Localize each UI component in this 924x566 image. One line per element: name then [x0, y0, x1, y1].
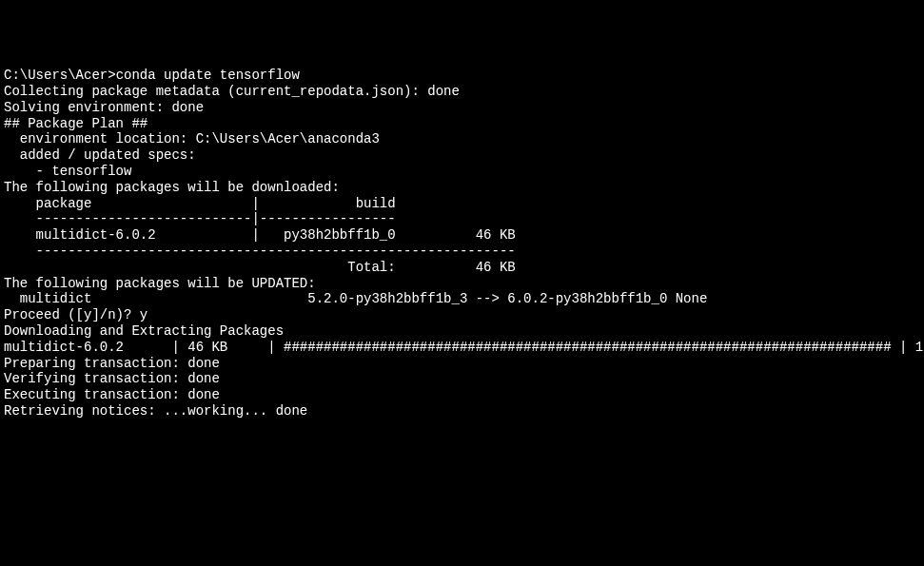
output-line: Total: 46 KB — [4, 260, 920, 276]
command-text: conda update tensorflow — [116, 68, 300, 83]
output-line: The following packages will be UPDATED: — [4, 276, 920, 292]
output-line: ----------------------------------------… — [4, 244, 920, 260]
output-line: Executing transaction: done — [4, 387, 920, 403]
output-line: The following packages will be downloade… — [4, 180, 920, 196]
output-line: Solving environment: done — [4, 100, 920, 116]
output-line: Downloading and Extracting Packages — [4, 323, 920, 340]
output-line: Proceed ([y]/n)? y — [4, 307, 920, 323]
prompt-path: C:\Users\Acer> — [4, 68, 116, 83]
prompt-line: C:\Users\Acer>conda update tensorflow — [4, 68, 920, 84]
output-line: Retrieving notices: ...working... done — [4, 403, 920, 420]
output-line: package | build — [4, 196, 920, 212]
output-line: Verifying transaction: done — [4, 371, 920, 387]
output-line: multidict-6.0.2 | py38h2bbff1b_0 46 KB — [4, 227, 920, 244]
output-line: Preparing transaction: done — [4, 356, 920, 372]
output-line: ---------------------------|------------… — [4, 211, 920, 227]
output-line: Collecting package metadata (current_rep… — [4, 84, 920, 100]
output-line: added / updated specs: — [4, 147, 920, 164]
output-line: multidict 5.2.0-py38h2bbff1b_3 --> 6.0.2… — [4, 291, 920, 307]
output-line: multidict-6.0.2 | 46 KB | ##############… — [4, 340, 920, 356]
output-line: - tensorflow — [4, 164, 920, 180]
terminal-output[interactable]: C:\Users\Acer>conda update tensorflowCol… — [4, 68, 920, 420]
output-line: environment location: C:\Users\Acer\anac… — [4, 131, 920, 147]
output-line: ## Package Plan ## — [4, 116, 920, 132]
